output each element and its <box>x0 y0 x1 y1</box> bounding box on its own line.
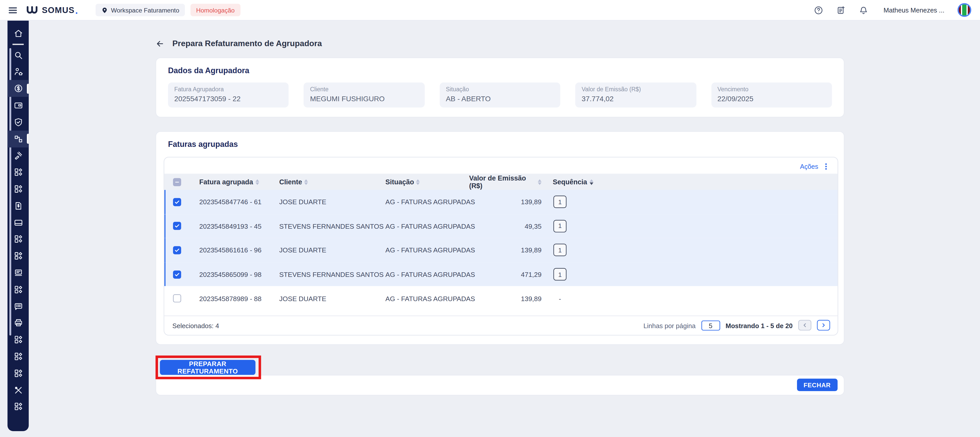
column-header[interactable]: Situação <box>375 178 469 185</box>
sequence-input[interactable]: 1 <box>553 268 566 281</box>
cell-situacao: AG - FATURAS AGRUPADAS <box>375 247 469 254</box>
rows-per-page-input[interactable]: 5 <box>701 321 720 330</box>
table-row: 2023545861616 - 96JOSE DUARTEAG - FATURA… <box>164 238 838 262</box>
cell-cliente: JOSE DUARTE <box>269 247 375 254</box>
module-icon <box>14 352 23 361</box>
bell-icon[interactable] <box>858 5 868 15</box>
help-icon[interactable] <box>814 5 823 15</box>
cell-cliente: JOSE DUARTE <box>269 295 375 302</box>
field-value: 37.774,02 <box>582 95 690 102</box>
sidebar-item-monitor[interactable] <box>7 265 29 281</box>
field-value: 22/09/2025 <box>718 95 826 102</box>
sort-icon <box>538 179 542 185</box>
wallet-icon <box>14 101 23 110</box>
app: SOMUS . Workspace Faturamento Homologaçã… <box>0 0 980 437</box>
sequence-input[interactable]: 1 <box>553 220 566 232</box>
note-add-icon[interactable] <box>836 5 845 15</box>
back-arrow-icon[interactable] <box>156 39 164 48</box>
dados-card: Dados da Agrupadora Fatura Agrupadora202… <box>156 57 845 117</box>
prev-page-button[interactable] <box>798 320 811 331</box>
sidebar-item-gavel[interactable] <box>7 147 29 164</box>
field-value: MEGUMI FUSHIGURO <box>310 95 418 102</box>
sidebar-item-search[interactable] <box>7 47 29 64</box>
faturas-table: Ações Fatura agrupadaClienteSituaçãoValo… <box>164 157 838 335</box>
row-checkbox[interactable] <box>173 295 181 303</box>
sidebar-item-card[interactable] <box>7 214 29 231</box>
column-header[interactable]: Cliente <box>269 178 375 185</box>
sidebar-item-hierarchy[interactable] <box>7 131 29 147</box>
field-4: Vencimento22/09/2025 <box>711 82 832 107</box>
faturas-card: Faturas agrupadas Ações Fatura agrupadaC… <box>156 131 845 345</box>
field-1: ClienteMEGUMI FUSHIGURO <box>304 82 425 107</box>
sidebar-item-client[interactable] <box>7 64 29 80</box>
printer-icon <box>14 318 23 328</box>
sidebar-item-invoice[interactable] <box>7 197 29 214</box>
sidebar-item-module[interactable] <box>7 281 29 298</box>
dados-heading: Dados da Agrupadora <box>168 66 832 75</box>
sidebar-item-shield-check[interactable] <box>7 114 29 131</box>
module-icon <box>14 184 23 194</box>
cell-valor: 139,89 <box>469 295 542 302</box>
sidebar-item-module[interactable] <box>7 247 29 265</box>
sidebar-item-module[interactable] <box>7 398 29 415</box>
monitor-icon <box>14 268 23 278</box>
user-name[interactable]: Matheus Menezes ... <box>883 6 944 14</box>
sequence-input[interactable]: 1 <box>553 244 566 257</box>
field-label: Cliente <box>310 86 418 93</box>
sidebar-item-wallet[interactable] <box>7 97 29 114</box>
select-all-checkbox[interactable] <box>173 178 181 186</box>
kebab-menu-icon[interactable] <box>822 162 830 170</box>
avatar[interactable] <box>958 3 971 17</box>
check-icon <box>174 199 180 205</box>
cell-fatura: 2023545865099 - 98 <box>189 271 269 278</box>
column-header[interactable]: Sequência <box>543 178 597 185</box>
sidebar-item-home[interactable] <box>7 25 29 42</box>
showing-range: Mostrando 1 - 5 de 20 <box>725 322 793 329</box>
cell-valor: 139,89 <box>469 198 542 206</box>
client-icon <box>14 67 23 77</box>
actions-button[interactable]: Ações <box>800 163 818 170</box>
cell-cliente: JOSE DUARTE <box>269 198 375 206</box>
workspace-badge[interactable]: Workspace Faturamento <box>95 4 185 16</box>
row-checkbox[interactable] <box>173 246 181 254</box>
main-content: Prepara Refaturamento de Agrupadora Dado… <box>29 21 980 437</box>
sidebar-item-module[interactable] <box>7 348 29 365</box>
check-icon <box>174 223 180 229</box>
location-pin-icon <box>101 6 108 13</box>
cell-valor: 49,35 <box>469 222 542 230</box>
workspace-badge-label: Workspace Faturamento <box>111 6 179 13</box>
chevron-right-icon <box>821 323 826 329</box>
menu-icon[interactable] <box>7 5 18 15</box>
field-value: 2025547173059 - 22 <box>174 95 283 102</box>
sidebar-item-module[interactable] <box>7 332 29 348</box>
module-icon <box>14 167 23 177</box>
module-icon <box>14 402 23 411</box>
dash-icon <box>174 179 180 185</box>
row-checkbox[interactable] <box>173 222 181 230</box>
field-value: AB - ABERTO <box>446 95 554 102</box>
sidebar-item-module[interactable] <box>7 231 29 248</box>
module-icon <box>14 234 23 244</box>
column-header[interactable]: Valor de Emissão (R$) <box>469 174 542 190</box>
row-checkbox[interactable] <box>173 270 181 278</box>
sequence-input[interactable]: 1 <box>553 196 566 208</box>
cell-valor: 139,89 <box>469 247 542 254</box>
sidebar-item-module[interactable] <box>7 181 29 198</box>
sidebar-item-module[interactable] <box>7 164 29 181</box>
cell-fatura: 2023545847746 - 61 <box>189 198 269 206</box>
sidebar-item-tools[interactable] <box>7 382 29 399</box>
column-header[interactable]: Fatura agrupada <box>189 178 269 185</box>
sidebar-item-printer[interactable] <box>7 315 29 332</box>
row-checkbox[interactable] <box>173 198 181 206</box>
close-button[interactable]: FECHAR <box>797 379 837 391</box>
field-2: SituaçãoAB - ABERTO <box>440 82 560 107</box>
next-page-button[interactable] <box>817 320 830 331</box>
prepare-refaturamento-button[interactable]: PREPARAR REFATURAMENTO <box>160 360 255 375</box>
shield-check-icon <box>14 117 23 127</box>
sidebar-item-module[interactable] <box>7 365 29 382</box>
sort-icon <box>304 179 309 185</box>
sidebar-item-billing[interactable] <box>7 80 29 97</box>
cell-fatura: 2023545849193 - 45 <box>189 222 269 230</box>
gavel-icon <box>14 151 23 160</box>
sidebar-item-message[interactable] <box>7 298 29 315</box>
